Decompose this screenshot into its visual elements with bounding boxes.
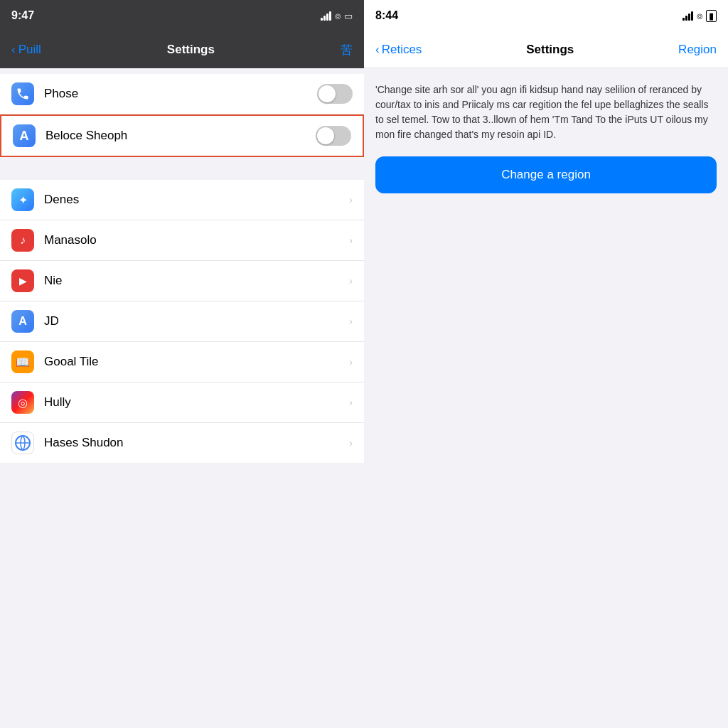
section-divider-1 [0, 157, 364, 180]
back-button-left[interactable]: ‹ Puill [11, 43, 41, 57]
app-icon-beloce: A [13, 124, 36, 147]
app-icon-hully: ◎ [11, 391, 34, 414]
right-content: 'Change site arh sor all' you agn ifi ki… [364, 68, 728, 728]
back-label-left: Puill [18, 43, 41, 57]
row-label-gooaltile: Gooal Tile [44, 355, 343, 369]
settings-row-jd[interactable]: A JD › [0, 301, 364, 342]
back-button-right[interactable]: ‹ Retices [375, 43, 422, 57]
chevron-jd: › [349, 316, 353, 327]
settings-row-gooaltile[interactable]: 📖 Gooal Tile › [0, 342, 364, 382]
signal-bar-r4 [691, 11, 693, 21]
app-icon-nie: ▶ [11, 269, 34, 292]
nav-bar-left: ‹ Puill Settings 苦 [0, 31, 364, 68]
back-label-right: Retices [382, 43, 422, 57]
settings-row-denes[interactable]: ✦ Denes › [0, 180, 364, 220]
app-icon-denes: ✦ [11, 188, 34, 211]
signal-bar-1 [321, 18, 323, 21]
settings-row-shudon[interactable]: Hases Shudon › [0, 423, 364, 463]
signal-bar-2 [323, 16, 326, 21]
status-icons-left: ⌾ ▭ [321, 10, 353, 21]
nav-right-icon-left[interactable]: 苦 [341, 42, 353, 58]
section-group-apps: ✦ Denes › ♪ Manasolo › ▶ Nie › [0, 180, 364, 463]
description-text: 'Change site arh sor all' you agn ifi ki… [375, 82, 717, 142]
nav-title-right: Settings [526, 43, 574, 57]
settings-list: Phose A Beloce Sheoph ✦ [0, 68, 364, 728]
chevron-gooaltile: › [349, 356, 353, 368]
app-icon-jd: A [11, 310, 34, 333]
settings-row-nie[interactable]: ▶ Nie › [0, 261, 364, 301]
row-label-denes: Denes [44, 193, 343, 207]
chevron-denes: › [349, 194, 353, 205]
toggle-knob-beloce [317, 127, 334, 144]
signal-bar-r3 [688, 14, 690, 21]
signal-bar-r2 [685, 16, 687, 21]
signal-bars-right [682, 11, 693, 21]
row-label-shudon: Hases Shudon [44, 436, 343, 450]
toggle-knob-phose [318, 85, 336, 102]
row-label-jd: JD [44, 314, 343, 328]
app-icon-phose [11, 82, 34, 105]
toggle-beloce[interactable] [316, 126, 351, 146]
chevron-left-icon-right: ‹ [375, 43, 380, 57]
chevron-hully: › [349, 397, 353, 408]
status-bar-right: 8:44 ⌾ ▮ [364, 0, 728, 31]
toggle-phose[interactable] [317, 84, 353, 104]
row-label-phose: Phose [44, 87, 317, 101]
nav-bar-right: ‹ Retices Settings Region [364, 31, 728, 68]
row-label-beloce: Beloce Sheoph [46, 129, 316, 143]
settings-row-manasolo[interactable]: ♪ Manasolo › [0, 220, 364, 261]
signal-bar-4 [329, 11, 331, 21]
status-time-right: 8:44 [375, 9, 398, 22]
change-region-button[interactable]: Change a region [375, 156, 717, 193]
chevron-manasolo: › [349, 235, 353, 246]
app-icon-manasolo: ♪ [11, 229, 34, 252]
section-group-top: Phose A Beloce Sheoph [0, 74, 364, 157]
row-label-hully: Hully [44, 395, 343, 410]
nav-right-label-right[interactable]: Region [678, 43, 717, 57]
wifi-icon-right: ⌾ [697, 10, 702, 21]
right-panel: 8:44 ⌾ ▮ ‹ Retices Settings Region 'Chan… [364, 0, 728, 728]
settings-row-hully[interactable]: ◎ Hully › [0, 382, 364, 423]
settings-row-phose[interactable]: Phose [0, 74, 364, 114]
row-label-manasolo: Manasolo [44, 233, 343, 247]
nav-title-left: Settings [167, 43, 215, 57]
battery-icon-right: ▮ [706, 10, 717, 22]
chevron-nie: › [349, 275, 353, 287]
left-panel: 9:47 ⌾ ▭ ‹ Puill Settings 苦 [0, 0, 364, 728]
chevron-left-icon-left: ‹ [11, 43, 16, 57]
row-label-nie: Nie [44, 274, 343, 288]
status-icons-right: ⌾ ▮ [682, 10, 717, 22]
battery-icon-left: ▭ [344, 11, 353, 21]
signal-bars-left [321, 11, 331, 21]
app-icon-gooaltile: 📖 [11, 350, 34, 373]
app-icon-shudon [11, 432, 34, 454]
status-bar-left: 9:47 ⌾ ▭ [0, 0, 364, 31]
signal-bar-r1 [682, 18, 685, 21]
settings-row-beloce[interactable]: A Beloce Sheoph [0, 114, 364, 157]
chevron-shudon: › [349, 437, 353, 449]
wifi-icon-left: ⌾ [335, 10, 341, 21]
signal-bar-3 [326, 14, 328, 21]
status-time-left: 9:47 [11, 9, 34, 22]
